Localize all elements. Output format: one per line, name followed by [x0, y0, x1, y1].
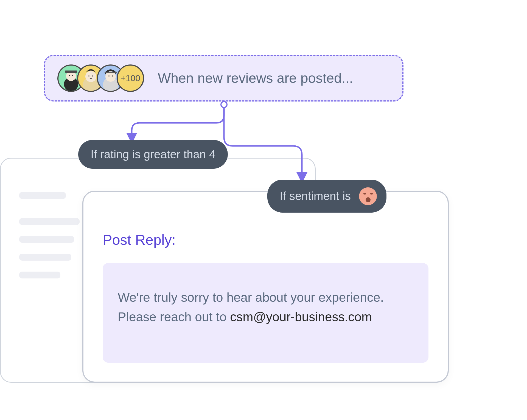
sad-face-icon	[359, 187, 377, 205]
trigger-box: +100 When new reviews are posted...	[44, 55, 403, 102]
reply-title: Post Reply:	[103, 232, 428, 248]
reply-card: Post Reply: We're truly sorry to hear ab…	[82, 191, 449, 383]
svg-point-2	[69, 75, 70, 76]
avatar-count-label: +100	[120, 73, 140, 83]
svg-point-6	[85, 71, 96, 82]
placeholder-line	[19, 192, 66, 199]
svg-point-12	[112, 75, 113, 77]
svg-point-3	[72, 75, 73, 76]
svg-point-7	[88, 75, 89, 77]
condition-rating-label: If rating is greater than 4	[91, 148, 215, 161]
svg-rect-13	[105, 72, 117, 73]
avatar-count-badge: +100	[117, 64, 144, 92]
avatar-group: +100	[57, 64, 144, 92]
placeholder-line	[19, 218, 80, 225]
svg-rect-4	[65, 71, 77, 73]
placeholder-line	[19, 254, 71, 261]
svg-point-11	[108, 75, 110, 77]
placeholder-line	[19, 272, 60, 278]
trigger-label: When new reviews are posted...	[158, 70, 353, 86]
condition-sentiment-pill: If sentiment is	[267, 180, 386, 213]
condition-rating-pill: If rating is greater than 4	[78, 140, 228, 169]
reply-body: We're truly sorry to hear about your exp…	[103, 263, 428, 363]
reply-email: csm@your-business.com	[230, 310, 372, 324]
placeholder-line	[19, 236, 74, 243]
svg-point-8	[92, 75, 93, 77]
connector-node	[220, 101, 228, 108]
condition-sentiment-label: If sentiment is	[280, 190, 351, 203]
